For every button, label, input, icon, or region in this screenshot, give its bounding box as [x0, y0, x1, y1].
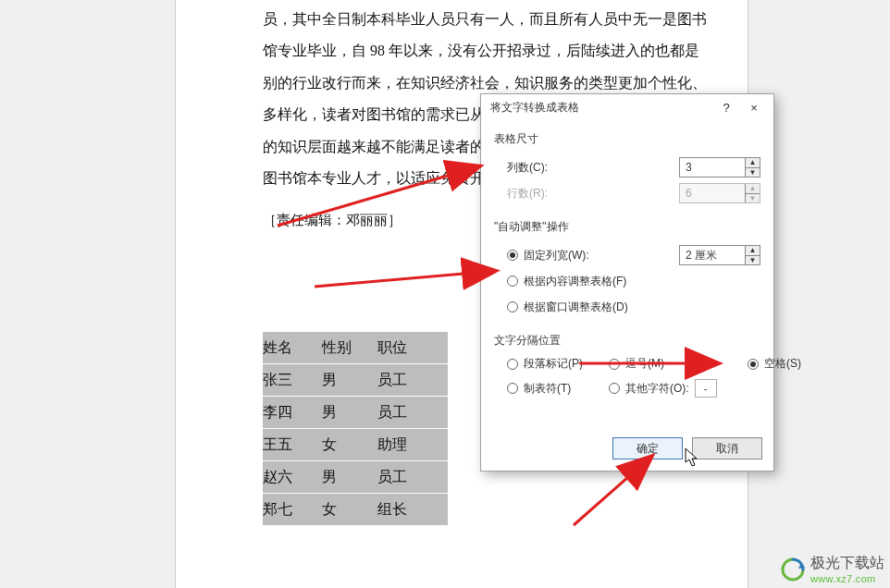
table-size-group-label: 表格尺寸	[494, 131, 760, 147]
spin-up-icon: ▲	[746, 184, 760, 194]
help-button[interactable]: ?	[712, 97, 740, 117]
document-background: 员，其中全日制本科毕业人员只有一人，而且所有人员中无一是图书 馆专业毕业，自 9…	[0, 0, 890, 588]
radio-icon[interactable]	[507, 383, 518, 394]
cell: 职位	[377, 332, 433, 363]
table-row: 姓名 性别 职位	[263, 332, 448, 363]
columns-value: 3	[686, 161, 692, 174]
cell: 女	[322, 494, 374, 525]
sep-other-label: 其他字符(O):	[625, 381, 689, 397]
sep-other-input[interactable]: -	[695, 379, 717, 398]
sep-space-label: 空格(S)	[764, 356, 801, 372]
spin-up-icon[interactable]: ▲	[746, 158, 760, 168]
columns-label: 列数(C):	[507, 160, 596, 176]
cell: 员工	[377, 461, 433, 493]
cell: 性别	[322, 332, 374, 363]
columns-spinner[interactable]: 3 ▲ ▼	[679, 157, 760, 178]
radio-icon[interactable]	[507, 276, 518, 287]
sep-comma-label: 逗号(M)	[625, 356, 664, 372]
dialog-body: 表格尺寸 列数(C): 3 ▲ ▼ 行数(R): 6	[481, 120, 773, 407]
autofit-window-label: 根据窗口调整表格(D)	[524, 300, 628, 315]
sep-other-option[interactable]: 其他字符(O): -	[609, 379, 748, 398]
selected-text-block[interactable]: 姓名 性别 职位 张三 男 员工 李四 男 员工 王五 女 助理 赵六 男 员工…	[263, 332, 448, 526]
watermark-url: www.xz7.com	[810, 573, 884, 584]
table-row: 郑七 女 组长	[263, 494, 448, 525]
columns-row: 列数(C): 3 ▲ ▼	[494, 154, 760, 180]
autofit-content-label: 根据内容调整表格(F)	[524, 274, 626, 289]
table-row: 赵六 男 员工	[263, 461, 448, 493]
ok-button[interactable]: 确定	[612, 437, 683, 459]
fixed-width-label: 固定列宽(W):	[524, 248, 589, 263]
rows-value: 6	[686, 187, 692, 200]
fixed-width-spinner[interactable]: 2 厘米 ▲ ▼	[679, 245, 760, 265]
radio-icon[interactable]	[507, 301, 518, 312]
dialog-titlebar[interactable]: 将文字转换成表格 ? ×	[481, 94, 773, 120]
autofit-window-option[interactable]: 根据窗口调整表格(D)	[494, 294, 760, 320]
sep-space-option[interactable]: 空格(S)	[748, 356, 803, 372]
cell: 男	[322, 364, 374, 396]
radio-icon[interactable]	[507, 359, 518, 370]
cell: 郑七	[263, 494, 318, 525]
cancel-button[interactable]: 取消	[692, 437, 762, 459]
sep-tab-label: 制表符(T)	[524, 381, 571, 397]
body-line: 馆专业毕业，自 98 年以来，没有公开招录过，后陆续进入的也都是	[263, 35, 753, 67]
rows-row: 行数(R): 6 ▲ ▼	[494, 180, 760, 206]
watermark-text: 极光下载站	[810, 554, 884, 573]
cell: 男	[322, 397, 374, 428]
convert-text-to-table-dialog: 将文字转换成表格 ? × 表格尺寸 列数(C): 3 ▲ ▼ 行数(R):	[480, 93, 774, 472]
cell: 组长	[377, 494, 433, 525]
cell: 女	[322, 429, 374, 460]
autofit-group-label: "自动调整"操作	[494, 219, 760, 235]
cell: 员工	[377, 397, 433, 428]
radio-icon[interactable]	[609, 383, 620, 394]
table-row: 王五 女 助理	[263, 429, 448, 460]
separator-group-label: 文字分隔位置	[494, 333, 760, 349]
rows-label: 行数(R):	[507, 186, 596, 202]
watermark-logo-icon	[781, 557, 805, 582]
cell: 王五	[263, 429, 318, 460]
cell: 李四	[263, 397, 318, 428]
sep-comma-option[interactable]: 逗号(M)	[609, 356, 748, 372]
sep-paragraph-label: 段落标记(P)	[524, 356, 583, 372]
fixed-width-option[interactable]: 固定列宽(W): 2 厘米 ▲ ▼	[494, 242, 760, 268]
watermark: 极光下载站 www.xz7.com	[781, 554, 884, 584]
autofit-content-option[interactable]: 根据内容调整表格(F)	[494, 268, 760, 294]
spin-up-icon[interactable]: ▲	[746, 246, 760, 256]
cell: 赵六	[263, 461, 318, 493]
sep-tab-option[interactable]: 制表符(T)	[507, 381, 609, 397]
cell: 张三	[263, 364, 318, 396]
sep-paragraph-option[interactable]: 段落标记(P)	[507, 356, 609, 372]
table-row: 张三 男 员工	[263, 364, 448, 396]
dialog-title: 将文字转换成表格	[490, 100, 712, 116]
spin-down-icon[interactable]: ▼	[746, 256, 760, 265]
cell: 助理	[377, 429, 433, 460]
table-row: 李四 男 员工	[263, 397, 448, 428]
svg-marker-4	[798, 563, 805, 569]
cell: 员工	[377, 364, 433, 396]
rows-spinner: 6 ▲ ▼	[679, 183, 760, 203]
radio-icon[interactable]	[609, 359, 620, 370]
fixed-width-value: 2 厘米	[686, 248, 717, 263]
radio-icon[interactable]	[748, 359, 759, 370]
close-button[interactable]: ×	[740, 97, 768, 117]
spin-down-icon[interactable]: ▼	[746, 168, 760, 178]
cell: 男	[322, 461, 374, 493]
cell: 姓名	[263, 332, 318, 363]
spin-down-icon: ▼	[746, 194, 760, 203]
radio-icon[interactable]	[507, 250, 518, 261]
body-line: 员，其中全日制本科毕业人员只有一人，而且所有人员中无一是图书	[263, 4, 753, 35]
